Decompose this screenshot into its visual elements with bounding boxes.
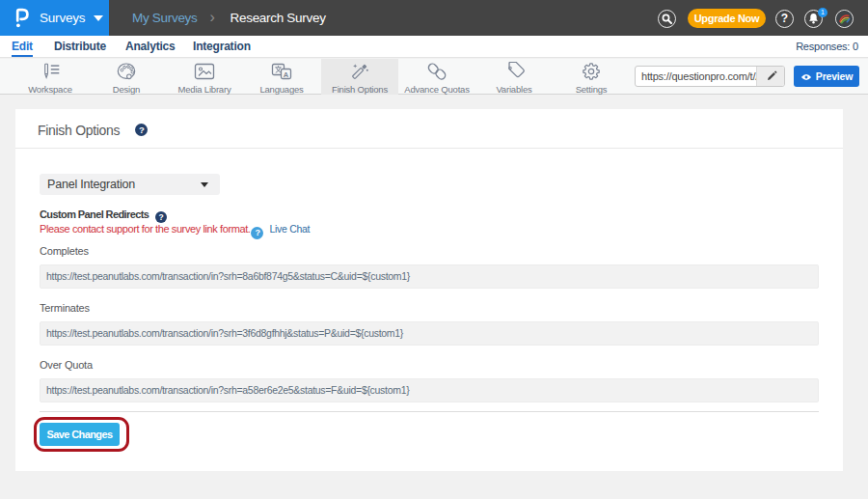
svg-text:A: A xyxy=(284,70,289,79)
